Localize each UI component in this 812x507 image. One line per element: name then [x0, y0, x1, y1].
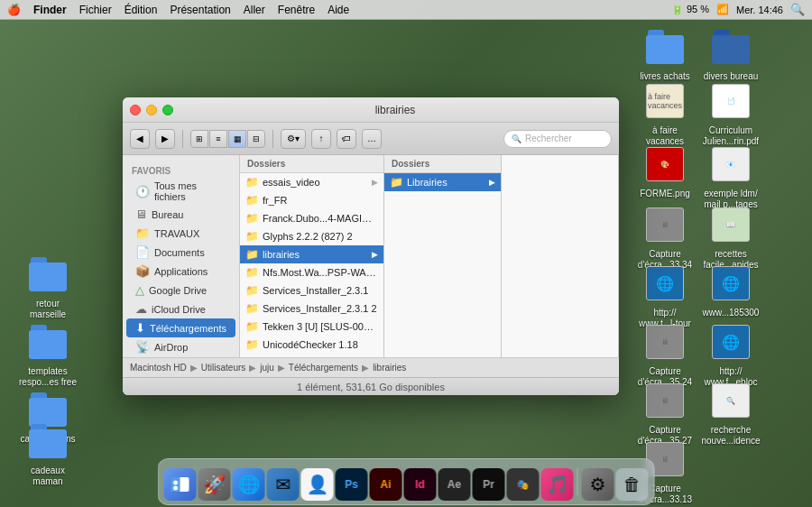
dock-app2[interactable]: Pr [473, 468, 505, 501]
dock-finder[interactable] [164, 468, 197, 501]
menu-fichier[interactable]: Fichier [79, 4, 112, 16]
close-button[interactable] [130, 105, 141, 115]
dock-illustrator[interactable]: Ai [370, 468, 402, 501]
desktop-icon-capture3[interactable]: 🖥 Captured'écra...35.27 [633, 379, 697, 447]
sidebar-item-label-documents: Documents [154, 247, 205, 258]
sidebar-item-travaux[interactable]: 📁 TRAVAUX [126, 224, 235, 243]
dock-photoshop[interactable]: Ps [336, 468, 368, 501]
desktop-icon-curriculum[interactable]: 📄 CurriculumJulien...rin.pdf [699, 79, 762, 147]
list-item[interactable]: 📁 Glyphs 2.2.2 (827) 2 [240, 227, 383, 245]
menu-presentation[interactable]: Présentation [170, 4, 230, 16]
dock-indesign[interactable]: Id [404, 468, 437, 501]
desktop-icon-http1[interactable]: 🌐 http://www.t...l-tour [633, 262, 697, 329]
breadcrumb-librairies[interactable]: librairies [373, 363, 406, 373]
desktop-icon-capture2[interactable]: 🖥 Captured'écra...35.24 [633, 320, 697, 388]
maximize-button[interactable] [162, 105, 173, 115]
list-item[interactable]: 📁 Nfs.Most.Wa...PSP-WAR3X [240, 263, 383, 281]
desktop-icon-forme[interactable]: 🎨 FORME.png [633, 143, 697, 199]
sidebar-item-icloud[interactable]: ☁ iCloud Drive [126, 300, 235, 318]
dock-app3[interactable]: 🎭 [507, 468, 540, 501]
breadcrumb-juju[interactable]: juju [260, 363, 274, 373]
menu-finder[interactable]: Finder [33, 4, 67, 16]
desktop-icon-capture1[interactable]: 🖥 Captured'écra...33.34 [633, 203, 697, 271]
col2-header: Dossiers [384, 155, 501, 173]
col1-header: Dossiers [240, 155, 383, 173]
search-icon: 🔍 [512, 134, 521, 143]
sidebar-item-label-icloud: iCloud Drive [152, 304, 206, 315]
menu-aide[interactable]: Aide [328, 4, 349, 16]
more-button[interactable]: … [362, 129, 382, 149]
breadcrumb-sep: ▶ [278, 363, 285, 373]
sidebar-item-applications[interactable]: 📦 Applications [126, 262, 235, 281]
menu-edition[interactable]: Édition [125, 4, 158, 16]
sidebar-item-tous[interactable]: 🕐 Tous mes fichiers [126, 178, 235, 205]
clock-icon: 🕐 [135, 185, 150, 198]
folder-icon: 📁 [245, 212, 259, 225]
list-item[interactable]: 📁 essais_video ▶ [240, 173, 383, 191]
search-icon[interactable]: 🔍 [790, 3, 805, 16]
breadcrumb-sep: ▶ [190, 363, 198, 373]
sidebar-item-documents[interactable]: 📄 Documents [126, 243, 235, 262]
list-item[interactable]: 📁 Services_Installer_2.3.1 2 [240, 300, 383, 318]
desktop-icon-recettes[interactable]: 📖 recettesfacile...apides [699, 203, 762, 271]
list-item-librairies-col2[interactable]: 📁 Librairies ▶ [384, 173, 501, 191]
apple-menu[interactable]: 🍎 [7, 4, 21, 16]
view-column-button[interactable]: ▦ [228, 130, 246, 148]
sidebar-item-label-tous: Tous mes fichiers [154, 180, 226, 202]
sidebar-item-bureau[interactable]: 🖥 Bureau [126, 205, 235, 224]
desktop-icon-divers[interactable]: divers bureau [699, 25, 762, 82]
breadcrumb-utilisateurs[interactable]: Utilisateurs [201, 363, 245, 373]
dock-mail[interactable]: ✉ [267, 468, 300, 501]
back-button[interactable]: ◀ [130, 129, 150, 149]
dock-system-prefs[interactable]: ⚙ [582, 468, 614, 501]
dock-itunes[interactable]: 🎵 [541, 468, 574, 501]
menubar-wifi: 📶 [716, 4, 729, 15]
desktop-icon-templates[interactable]: templatesrespo...es free [16, 320, 79, 388]
menubar-time: Mer. 14:46 [736, 5, 783, 15]
desktop-icon-http3[interactable]: 🌐 http://www.f...ebloc [699, 320, 762, 388]
finder-toolbar: ◀ ▶ ⊞ ≡ ▦ ⊟ ⚙▾ ↑ 🏷 … 🔍 Rechercher [123, 123, 619, 155]
share-button[interactable]: ↑ [311, 129, 331, 149]
breadcrumb-macintosh[interactable]: Macintosh HD [130, 363, 187, 373]
list-item[interactable]: 📁 Franck.Dubo...4-MAGICAL [240, 209, 383, 227]
sidebar-item-telechargements[interactable]: ⬇ Téléchargements [126, 318, 235, 337]
dock-app1[interactable]: Ae [438, 468, 471, 501]
desktop-icon-http2[interactable]: 🌐 www...185300 [699, 262, 762, 318]
list-item-librairies[interactable]: 📁 librairies ▶ [240, 245, 383, 263]
desktop-icon-livres[interactable]: livres achats [633, 25, 697, 82]
list-item[interactable]: 📁 UnicodéChecker 1.18 [240, 336, 383, 354]
forward-button[interactable]: ▶ [155, 129, 175, 149]
desktop-icon-cadeaux[interactable]: cadeauxmaman [16, 419, 79, 487]
menu-fenetre[interactable]: Fenêtre [278, 4, 315, 16]
sidebar-item-label-airdrop: AirDrop [154, 342, 188, 353]
sidebar-item-google[interactable]: △ Google Drive [126, 281, 235, 300]
edit-tags-button[interactable]: 🏷 [337, 129, 356, 149]
list-item[interactable]: 📁 fr_FR [240, 191, 383, 209]
chevron-right-icon: ▶ [489, 178, 495, 187]
view-list-button[interactable]: ≡ [209, 130, 227, 148]
sidebar-item-airdrop[interactable]: 📡 AirDrop [126, 337, 235, 356]
view-cover-button[interactable]: ⊟ [247, 130, 265, 148]
breadcrumb-telechargements[interactable]: Téléchargements [289, 363, 358, 373]
view-icon-button[interactable]: ⊞ [190, 130, 208, 148]
desktop-icon-faire[interactable]: à fairevacances à fairevacances [633, 79, 697, 147]
dock-trash[interactable]: 🗑 [616, 468, 649, 501]
desktop-icon-recherche[interactable]: 🔍 recherchenouve...idence [699, 379, 762, 447]
desktop-icon-retour[interactable]: retourmarseille [16, 253, 79, 320]
dock-contacts[interactable]: 👤 [301, 468, 334, 501]
apps-icon: 📦 [135, 264, 150, 278]
svg-point-2 [173, 481, 178, 485]
action-button[interactable]: ⚙▾ [281, 129, 306, 149]
desktop-icon-exemple[interactable]: 📧 exemple ldm/mail p...tages [699, 143, 762, 210]
breadcrumb-sep: ▶ [249, 363, 256, 373]
menu-aller[interactable]: Aller [244, 4, 265, 16]
minimize-button[interactable] [146, 105, 157, 115]
dock-launchpad[interactable]: 🚀 [198, 468, 231, 501]
search-field[interactable]: 🔍 Rechercher [503, 130, 612, 148]
list-item[interactable]: 📁 Services_Installer_2.3.1 [240, 281, 383, 300]
finder-statusbar: 1 élément, 531,61 Go disponibles [123, 377, 619, 395]
sidebar-item-label-travaux: TRAVAUX [154, 228, 199, 239]
list-item[interactable]: 📁 Tekken 3 [U] [SLUS-00402] [240, 318, 383, 336]
finder-sidebar: Favoris 🕐 Tous mes fichiers 🖥 Bureau 📁 T… [123, 155, 240, 357]
dock-safari[interactable]: 🌐 [233, 468, 265, 501]
